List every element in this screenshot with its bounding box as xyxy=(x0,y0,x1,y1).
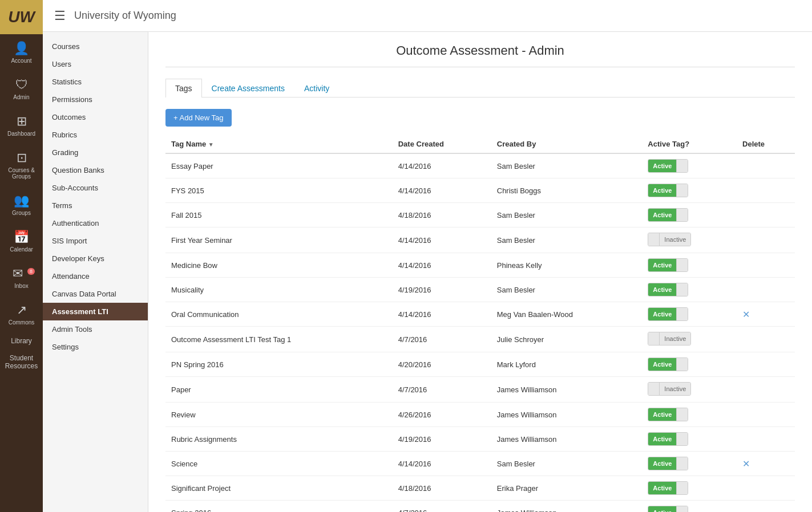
status-toggle[interactable]: Active xyxy=(648,208,688,222)
hamburger-menu[interactable]: ☰ xyxy=(54,9,66,23)
left-nav-item-courses[interactable]: Courses xyxy=(43,38,148,55)
cell-delete xyxy=(737,403,795,427)
status-toggle[interactable]: Active xyxy=(648,184,688,197)
left-nav-item-attendance[interactable]: Attendance xyxy=(43,267,148,285)
cell-status[interactable]: Active xyxy=(642,501,737,513)
toggle-right-side[interactable] xyxy=(676,408,688,421)
toggle-left-side[interactable] xyxy=(648,233,660,246)
cell-status[interactable]: Active xyxy=(642,427,737,452)
toggle-right-side[interactable] xyxy=(676,184,688,197)
cell-status[interactable]: Active xyxy=(642,178,737,203)
status-toggle[interactable]: Active xyxy=(648,481,688,495)
sidebar-item-dashboard[interactable]: ⊞ Dashboard xyxy=(0,107,43,144)
status-toggle[interactable]: Active xyxy=(648,357,688,371)
left-nav-item-statistics[interactable]: Statistics xyxy=(43,73,148,91)
status-toggle[interactable]: Active xyxy=(648,159,688,173)
status-toggle[interactable]: Active xyxy=(648,432,688,446)
dashboard-label: Dashboard xyxy=(7,131,35,137)
cell-tag-name: FYS 2015 xyxy=(165,178,393,203)
sidebar-item-calendar[interactable]: 📅 Calendar xyxy=(0,223,43,259)
left-nav-item-authentication[interactable]: Authentication xyxy=(43,214,148,232)
status-toggle[interactable]: Active xyxy=(648,307,688,321)
cell-tag-name: Science xyxy=(165,452,393,476)
table-row: Science4/14/2016Sam BeslerActive✕ xyxy=(165,452,795,476)
icon-sidebar: UW 👤 Account 🛡 Admin ⊞ Dashboard ⊡ Cours… xyxy=(0,0,43,512)
cell-status[interactable]: Active xyxy=(642,352,737,377)
status-toggle[interactable]: Inactive xyxy=(648,382,691,396)
tab-tags[interactable]: Tags xyxy=(165,79,202,97)
toggle-right-side[interactable] xyxy=(676,283,688,296)
toggle-right-side[interactable] xyxy=(676,482,688,494)
toggle-right-side[interactable] xyxy=(676,308,688,320)
table-header-row: Tag Name ▼ Date Created Created By Activ… xyxy=(165,135,795,153)
status-toggle[interactable]: Active xyxy=(648,457,688,470)
cell-delete xyxy=(737,253,795,278)
cell-status[interactable]: Active xyxy=(642,302,737,327)
active-label: Active xyxy=(648,184,676,197)
status-toggle[interactable]: Inactive xyxy=(648,332,691,346)
active-label: Active xyxy=(648,506,676,512)
toggle-right-side[interactable] xyxy=(676,209,688,221)
cell-delete xyxy=(737,227,795,253)
cell-status[interactable]: Active xyxy=(642,203,737,227)
left-nav-item-rubrics[interactable]: Rubrics xyxy=(43,126,148,144)
toggle-right-side[interactable] xyxy=(676,259,688,271)
left-nav-item-question-banks[interactable]: Question Banks xyxy=(43,161,148,179)
toggle-left-side[interactable] xyxy=(648,332,660,345)
toggle-left-side[interactable] xyxy=(648,383,660,395)
left-nav-item-outcomes[interactable]: Outcomes xyxy=(43,108,148,126)
sidebar-item-library[interactable]: Library xyxy=(8,332,35,350)
delete-button[interactable]: ✕ xyxy=(742,310,750,319)
sidebar-item-groups[interactable]: 👥 Groups xyxy=(0,186,43,223)
left-nav-item-sis-import[interactable]: SIS Import xyxy=(43,232,148,250)
delete-button[interactable]: ✕ xyxy=(742,459,750,469)
tab-activity[interactable]: Activity xyxy=(294,79,339,97)
left-nav-item-grading[interactable]: Grading xyxy=(43,144,148,161)
cell-delete xyxy=(737,278,795,302)
left-nav-item-assessment-lti[interactable]: Assessment LTI xyxy=(43,303,148,320)
cell-status[interactable]: Inactive xyxy=(642,227,737,253)
cell-status[interactable]: Active xyxy=(642,476,737,501)
cell-status[interactable]: Inactive xyxy=(642,377,737,403)
left-nav-item-admin-tools[interactable]: Admin Tools xyxy=(43,320,148,338)
left-nav-item-developer-keys[interactable]: Developer Keys xyxy=(43,250,148,267)
status-toggle[interactable]: Active xyxy=(648,258,688,272)
active-label: Active xyxy=(648,160,676,172)
cell-status[interactable]: Active xyxy=(642,278,737,302)
left-nav-item-canvas-data-portal[interactable]: Canvas Data Portal xyxy=(43,285,148,303)
status-toggle[interactable]: Active xyxy=(648,408,688,421)
cell-created-by: Sam Besler xyxy=(491,153,643,178)
add-new-tag-button[interactable]: + Add New Tag xyxy=(165,109,232,127)
sidebar-item-account[interactable]: 👤 Account xyxy=(0,34,43,71)
status-toggle[interactable]: Active xyxy=(648,283,688,296)
toggle-right-side[interactable] xyxy=(676,433,688,445)
left-nav-item-terms[interactable]: Terms xyxy=(43,197,148,214)
cell-status[interactable]: Active xyxy=(642,153,737,178)
cell-status[interactable]: Active xyxy=(642,452,737,476)
cell-delete xyxy=(737,352,795,377)
cell-date-created: 4/20/2016 xyxy=(393,352,491,377)
cell-status[interactable]: Active xyxy=(642,403,737,427)
table-row: Outcome Assessment LTI Test Tag 14/7/201… xyxy=(165,327,795,352)
left-nav-item-settings[interactable]: Settings xyxy=(43,338,148,356)
toggle-right-side[interactable] xyxy=(676,506,688,512)
sidebar-item-admin[interactable]: 🛡 Admin xyxy=(0,71,43,107)
top-bar: ☰ University of Wyoming xyxy=(43,0,812,32)
active-label: Active xyxy=(648,358,676,371)
left-nav-item-users[interactable]: Users xyxy=(43,55,148,73)
sidebar-item-commons[interactable]: ↗ Commons xyxy=(0,296,43,332)
courses-groups-icon: ⊡ xyxy=(17,151,27,165)
sidebar-item-courses-groups[interactable]: ⊡ Courses & Groups xyxy=(0,144,43,186)
toggle-right-side[interactable] xyxy=(676,160,688,172)
cell-status[interactable]: Inactive xyxy=(642,327,737,352)
toggle-right-side[interactable] xyxy=(676,358,688,371)
tab-create-assessments[interactable]: Create Assessments xyxy=(202,79,294,97)
status-toggle[interactable]: Inactive xyxy=(648,233,691,246)
toggle-right-side[interactable] xyxy=(676,457,688,470)
sidebar-item-inbox[interactable]: ✉8 Inbox xyxy=(0,259,43,296)
left-nav-item-permissions[interactable]: Permissions xyxy=(43,91,148,108)
sidebar-item-student-resources[interactable]: Student Resources xyxy=(0,350,43,375)
status-toggle[interactable]: Active xyxy=(648,506,688,512)
left-nav-item-sub-accounts[interactable]: Sub-Accounts xyxy=(43,179,148,197)
cell-status[interactable]: Active xyxy=(642,253,737,278)
